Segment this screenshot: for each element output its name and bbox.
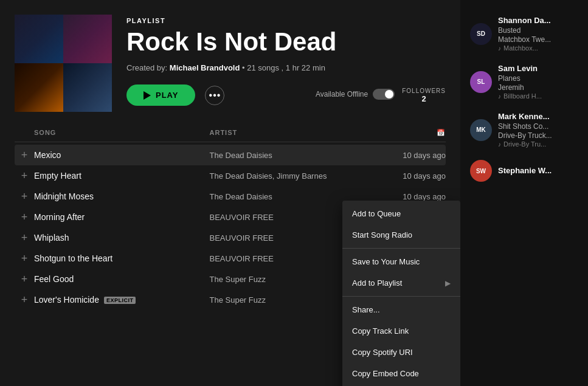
offline-toggle[interactable] [373, 89, 395, 100]
music-note-icon: ♪ [498, 141, 501, 148]
menu-item-6[interactable]: Copy Spotify URI [342, 342, 460, 363]
menu-item-label-7: Copy Embed Code [352, 369, 419, 378]
song-artist: The Dead Daisies [210, 151, 386, 160]
sidebar-user-1[interactable]: SL Sam Levin Planes Jeremih ♪ Billboard … [460, 58, 588, 106]
user-row-0: SD Shannon Da... Busted Matchbox Twe... … [470, 16, 578, 52]
menu-item-label-4: Share... [352, 305, 380, 314]
offline-section: Available Offline [316, 86, 395, 105]
user-avatar-3: SW [470, 160, 492, 182]
plus-icon: + [21, 212, 28, 222]
sidebar-user-2[interactable]: MK Mark Kenne... Shit Shots Co... Drive-… [460, 106, 588, 154]
menu-item-3[interactable]: Add to Playlist ▶ [342, 272, 460, 294]
song-date: 10 days ago [385, 151, 446, 160]
explicit-badge: EXPLICIT [104, 297, 136, 304]
user-info-2: Mark Kenne... Shit Shots Co... Drive-By … [498, 112, 552, 148]
ellipsis-icon: ••• [209, 90, 221, 101]
creator-name: Michael Brandvold [170, 63, 240, 72]
plus-icon: + [21, 274, 28, 284]
user-source-0: ♪ Matchbox... [498, 44, 551, 52]
followers-block: FOLLOWERS 2 [402, 88, 446, 103]
more-button[interactable]: ••• [205, 86, 224, 105]
song-count: 21 songs [247, 63, 279, 72]
followers-label: FOLLOWERS [402, 88, 446, 94]
menu-item-2[interactable]: Save to Your Music [342, 248, 460, 272]
music-note-icon: ♪ [498, 45, 501, 52]
menu-item-4[interactable]: Share... [342, 296, 460, 320]
calendar-icon: 📅 [437, 129, 446, 136]
play-icon [144, 91, 151, 100]
sidebar-user-0[interactable]: SD Shannon Da... Busted Matchbox Twe... … [460, 10, 588, 58]
plus-icon: + [21, 191, 28, 202]
song-name: Midnight Moses [34, 191, 210, 201]
song-name: Whiplash [34, 233, 210, 243]
song-date: 10 days ago [385, 192, 446, 201]
row-add-0[interactable]: + [15, 150, 34, 160]
menu-item-label-1: Start Song Radio [352, 230, 412, 240]
playlist-info: PLAYLIST Rock Is Not Dead Created by: Mi… [126, 15, 446, 106]
plus-icon: + [21, 150, 28, 160]
row-add-5[interactable]: + [15, 253, 34, 264]
meta-songs: • [242, 63, 247, 72]
song-name: Empty Heart [34, 171, 210, 181]
song-name: Shotgun to the Heart [34, 253, 210, 263]
menu-item-label-3: Add to Playlist [352, 278, 402, 288]
col-date-header: 📅 [385, 129, 446, 137]
playlist-meta: Created by: Michael Brandvold • 21 songs… [126, 63, 446, 72]
song-name: Mexico [34, 150, 210, 160]
avatar-initials: SL [477, 78, 485, 85]
sidebar-user-3[interactable]: SW Stephanie W... [460, 154, 588, 188]
table-row[interactable]: + Mexico The Dead Daisies 10 days ago [15, 145, 446, 165]
user-source-2: ♪ Drive-By Tru... [498, 140, 552, 148]
play-label: PLAY [156, 91, 178, 100]
source-text: Billboard H... [503, 92, 542, 100]
avatar-initials: MK [476, 126, 486, 133]
avatar-initials: SW [476, 168, 486, 174]
menu-item-5[interactable]: Copy Track Link [342, 320, 460, 342]
mosaic-br [63, 63, 112, 112]
user-avatar-0: SD [470, 23, 492, 45]
user-row-2: MK Mark Kenne... Shit Shots Co... Drive-… [470, 112, 578, 148]
col-song-header: SONG [34, 129, 210, 137]
meta-sep: , [282, 63, 286, 72]
row-add-3[interactable]: + [15, 212, 34, 222]
playlist-header: PLAYLIST Rock Is Not Dead Created by: Mi… [0, 0, 460, 124]
song-artist: The Dead Daisies [210, 192, 386, 201]
playlist-title: Rock Is Not Dead [126, 28, 446, 56]
menu-item-1[interactable]: Start Song Radio [342, 224, 460, 246]
row-add-7[interactable]: + [15, 294, 34, 305]
col-artist-header: ARTIST [210, 129, 386, 137]
submenu-arrow-icon: ▶ [445, 279, 451, 288]
menu-item-label-5: Copy Track Link [352, 326, 409, 336]
row-add-2[interactable]: + [15, 191, 34, 202]
col-empty [15, 129, 34, 137]
song-name: Lover's HomicideEXPLICIT [34, 295, 210, 305]
user-source-1: ♪ Billboard H... [498, 92, 542, 100]
user-info-3: Stephanie W... [498, 166, 552, 176]
user-info-0: Shannon Da... Busted Matchbox Twe... ♪ M… [498, 16, 551, 52]
row-add-4[interactable]: + [15, 232, 34, 243]
row-add-6[interactable]: + [15, 274, 34, 284]
right-controls: Available Offline FOLLOWERS 2 [316, 86, 446, 105]
app-container: PLAYLIST Rock Is Not Dead Created by: Mi… [0, 0, 588, 386]
music-note-icon: ♪ [498, 93, 501, 100]
controls-left: PLAY ••• [126, 84, 224, 106]
user-avatar-1: SL [470, 71, 492, 93]
song-name: Morning After [34, 212, 210, 222]
table-row[interactable]: + Empty Heart The Dead Daisies, Jimmy Ba… [15, 165, 446, 186]
play-button[interactable]: PLAY [126, 84, 195, 106]
table-header: SONG ARTIST 📅 [15, 124, 446, 142]
plus-icon: + [21, 232, 28, 243]
menu-item-7[interactable]: Copy Embed Code [342, 363, 460, 384]
toggle-knob [385, 90, 393, 98]
mosaic-tr [63, 15, 112, 63]
menu-item-0[interactable]: Add to Queue [342, 203, 460, 224]
followers-count: 2 [402, 94, 446, 103]
playlist-area: PLAYLIST Rock Is Not Dead Created by: Mi… [0, 0, 460, 386]
right-sidebar: SD Shannon Da... Busted Matchbox Twe... … [460, 0, 588, 386]
row-add-1[interactable]: + [15, 170, 34, 181]
playlist-controls: PLAY ••• Available Offline [126, 84, 446, 106]
avatar-initials: SD [477, 30, 485, 37]
user-avatar-2: MK [470, 119, 492, 141]
user-name-1: Sam Levin [498, 64, 542, 73]
plus-icon: + [21, 170, 28, 181]
